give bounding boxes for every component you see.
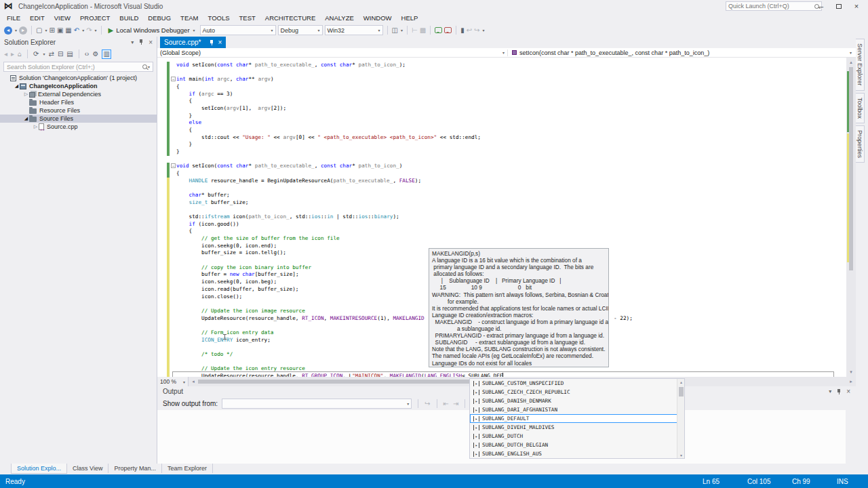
code-line[interactable]: } [157, 113, 846, 120]
completion-item-sublang_dutch[interactable]: ▸SUBLANG_DUTCH [470, 432, 684, 441]
start-debugger-button[interactable]: ▶ Local Windows Debugger ▾ [106, 26, 198, 34]
menu-edit[interactable]: EDIT [25, 13, 50, 23]
completion-item-sublang_divehi_maldives[interactable]: ▸SUBLANG_DIVEHI_MALDIVES [470, 423, 684, 432]
debugger-dropdown[interactable]: ▾ [193, 28, 195, 33]
sync-active-document-icon[interactable]: ⇄ [49, 50, 54, 58]
fold-collapse-icon[interactable]: − [171, 77, 176, 81]
code-line[interactable]: { [157, 228, 846, 235]
menu-build[interactable]: BUILD [115, 13, 143, 23]
code-line[interactable]: −void setIcon(const char* path_to_execut… [157, 163, 846, 170]
menu-test[interactable]: TEST [235, 13, 260, 23]
code-line[interactable]: { [157, 83, 846, 91]
scrollbar-thumb[interactable] [849, 67, 853, 270]
new-file-dropdown[interactable]: ▾ [45, 28, 47, 33]
auto-combo[interactable]: Auto▾ [200, 25, 276, 35]
panel-close-icon[interactable]: × [149, 39, 153, 46]
code-line[interactable]: } [157, 148, 846, 156]
completion-item-sublang_czech_czech_republic[interactable]: ▸SUBLANG_CZECH_CZECH_REPUBLIC [470, 388, 684, 396]
save-all-icon[interactable]: ▦ [65, 26, 71, 35]
code-line[interactable]: if (argc == 3) [157, 91, 846, 98]
scroll-down-icon[interactable]: ▾ [677, 453, 685, 458]
bottom-tab-property-man-[interactable]: Property Man... [108, 464, 162, 473]
completion-item-sublang_custom_unspecified[interactable]: ▸SUBLANG_CUSTOM_UNSPECIFIED [470, 379, 684, 388]
find-message-icon[interactable]: ↪ [425, 400, 430, 407]
add-comment-icon[interactable] [435, 27, 442, 33]
scope-dropdown[interactable]: (Global Scope) ▾ [157, 49, 507, 56]
code-line[interactable]: { [157, 98, 846, 105]
delete-comment-icon[interactable] [444, 27, 452, 33]
code-line[interactable]: void setIcon(const char* path_to_executa… [157, 62, 846, 69]
search-options-dropdown[interactable]: ▾ [148, 64, 150, 69]
expander-icon[interactable]: ◢ [14, 83, 20, 89]
code-line[interactable]: { [157, 127, 846, 134]
pin-icon[interactable] [836, 388, 842, 395]
fold-collapse-icon[interactable]: − [171, 163, 176, 168]
next-message-icon[interactable]: ⇥ [453, 400, 458, 407]
view-code-icon[interactable]: ‹› [85, 50, 90, 58]
bottom-tab-class-view[interactable]: Class View [67, 464, 108, 473]
configuration-combo[interactable]: Debug▾ [278, 25, 323, 35]
save-icon[interactable]: ▣ [57, 26, 63, 35]
menu-view[interactable]: VIEW [50, 13, 75, 23]
menu-help[interactable]: HELP [397, 13, 423, 23]
tree-item-header-files[interactable]: Header Files [0, 98, 157, 106]
scrollbar-thumb[interactable] [679, 387, 684, 396]
restore-button[interactable] [830, 0, 848, 12]
menu-tools[interactable]: TOOLS [203, 13, 235, 23]
member-dropdown[interactable]: setIcon(const char * path_to_executable_… [507, 49, 856, 56]
scroll-left-icon[interactable]: ◂ [189, 379, 198, 384]
code-line[interactable]: else [157, 119, 846, 127]
find-in-files-icon[interactable]: ▩ [420, 26, 426, 35]
menu-window[interactable]: WINDOW [359, 13, 397, 23]
platform-combo[interactable]: Win32▾ [325, 25, 383, 35]
code-line[interactable] [157, 69, 846, 77]
menu-debug[interactable]: DEBUG [143, 13, 176, 23]
side-tab-server-explorer[interactable]: Server Explorer [856, 39, 865, 91]
code-line[interactable] [157, 206, 846, 214]
tree-item-solution-changeiconapplication[interactable]: Solution 'ChangeIconApplication' (1 proj… [0, 74, 157, 82]
quick-launch-box[interactable] [726, 1, 822, 11]
attach-process-icon[interactable]: ◫ [392, 26, 398, 35]
scroll-down-icon[interactable]: ▾ [846, 367, 856, 377]
intellisense-scrollbar[interactable]: ▴ ▾ [677, 379, 684, 458]
tree-item-source-files[interactable]: ◢Source Files [0, 115, 157, 123]
refresh-icon[interactable]: ⟳ [33, 50, 39, 58]
tree-item-resource-files[interactable]: Resource Files [0, 106, 157, 115]
code-line[interactable]: char* buffer; [157, 192, 846, 199]
code-line[interactable]: HANDLE resource_handle = BeginUpdateReso… [157, 178, 846, 185]
code-line[interactable]: std::cout << "Usage: " << argv[0] << " <… [157, 134, 846, 142]
output-source-combo[interactable]: ▾ [222, 399, 412, 409]
code-line[interactable] [157, 156, 846, 163]
code-line[interactable]: if (icon.good()) [157, 221, 846, 228]
completion-item-sublang_danish_denmark[interactable]: ▸SUBLANG_DANISH_DENMARK [470, 396, 684, 405]
menu-architecture[interactable]: ARCHITECTURE [260, 13, 320, 23]
quick-launch-input[interactable] [728, 3, 814, 9]
expander-icon[interactable]: ▷ [23, 92, 29, 97]
next-bookmark-icon[interactable]: ↪ [474, 26, 479, 35]
code-line[interactable]: std::ifstream icon(path_to_icon_, std::i… [157, 214, 846, 221]
tree-item-external-dependencies[interactable]: ▷External Dependencies [0, 90, 157, 98]
open-file-icon[interactable]: ⊞ [49, 26, 54, 35]
tab-source-cpp[interactable]: Source.cpp* × [160, 37, 226, 48]
panel-options-dropdown[interactable]: ▾ [131, 39, 134, 45]
collapse-all-icon[interactable]: ⊟ [58, 50, 63, 58]
se-forward-icon[interactable]: ▸ [11, 50, 14, 58]
code-line[interactable]: size_t buffer_size; [157, 199, 846, 207]
new-file-icon[interactable]: ▢ [36, 26, 42, 35]
completion-item-sublang_english_aus[interactable]: ▸SUBLANG_ENGLISH_AUS [470, 449, 684, 458]
menu-project[interactable]: PROJECT [75, 13, 115, 23]
side-tab-toolbox[interactable]: Toolbox [856, 93, 865, 123]
expander-icon[interactable]: ◢ [23, 116, 29, 121]
tab-close-icon[interactable]: × [218, 39, 222, 46]
menu-file[interactable]: FILE [2, 13, 25, 23]
code-line[interactable]: } [157, 141, 846, 148]
navigate-forward-icon[interactable]: ▸ [19, 26, 27, 35]
navigate-back-icon[interactable]: ◂ [4, 26, 12, 35]
scroll-up-icon[interactable]: ▴ [677, 380, 685, 384]
zoom-selector[interactable]: 100 % ▾ [157, 377, 189, 386]
scroll-right-icon[interactable]: ▸ [846, 379, 856, 384]
redo-icon[interactable]: ↷ [86, 26, 92, 35]
tree-item-source-cpp[interactable]: ▷Source.cpp [0, 123, 157, 131]
code-line[interactable]: // get the size of buffer from the icon … [157, 235, 846, 243]
code-line[interactable]: { [157, 170, 846, 178]
